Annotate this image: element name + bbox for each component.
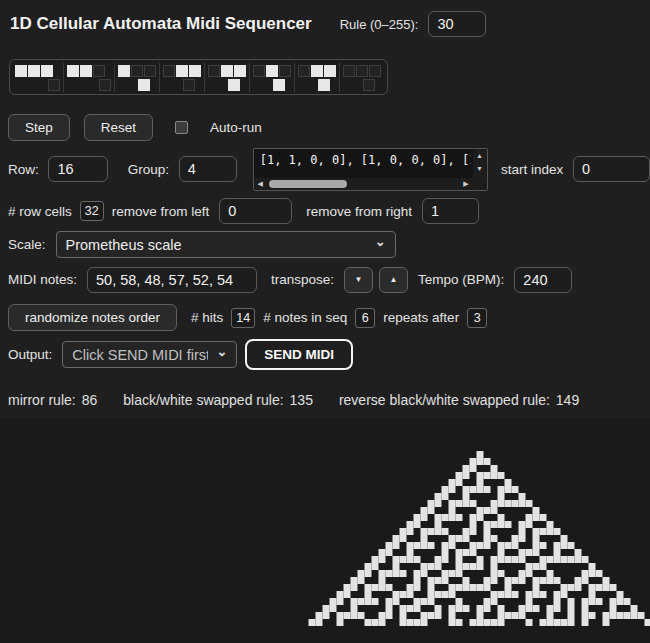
cell-toggle[interactable] — [80, 65, 92, 77]
chevron-down-icon: ⌄ — [375, 237, 386, 247]
row-cells-row: # row cells 32 remove from left remove f… — [8, 197, 479, 225]
cell-toggle[interactable] — [356, 65, 368, 77]
automaton-section — [0, 418, 650, 643]
cell-toggle[interactable] — [318, 79, 330, 91]
transpose-down-button[interactable]: ▼ — [344, 267, 373, 293]
remove-right-input[interactable] — [422, 198, 479, 224]
cell-toggle[interactable] — [41, 65, 53, 77]
cell-toggle[interactable] — [273, 79, 285, 91]
cell-toggle[interactable] — [369, 65, 381, 77]
page-title: 1D Cellular Automata Midi Sequencer — [10, 14, 312, 34]
cell-group — [64, 63, 116, 92]
groups-textarea-content: [1, 1, 0, 0], [1, 0, 0, 0], [1, 1, 1, — [260, 153, 471, 167]
reverse-bw-swapped-rule-value: 149 — [556, 392, 579, 408]
mirror-rule-value: 86 — [82, 392, 98, 408]
cell-toggle[interactable] — [311, 65, 323, 77]
remove-left-label: remove from left — [112, 204, 210, 219]
cell-toggle[interactable] — [324, 65, 336, 77]
cell-toggle[interactable] — [234, 65, 246, 77]
triangle-down-icon: ▼ — [355, 275, 363, 284]
mirror-rule-label: mirror rule: — [8, 392, 76, 408]
cell-group — [295, 63, 340, 92]
midi-notes-label: MIDI notes: — [8, 272, 77, 287]
hits-label: # hits — [191, 310, 223, 325]
transpose-label: transpose: — [271, 272, 334, 287]
midi-notes-input[interactable] — [87, 267, 257, 293]
cell-toggle[interactable] — [138, 79, 150, 91]
cell-toggle[interactable] — [253, 65, 265, 77]
cell-toggle[interactable] — [99, 79, 111, 91]
cell-toggle[interactable] — [15, 65, 27, 77]
cell-toggle[interactable] — [266, 65, 278, 77]
row-label: Row: — [8, 162, 39, 177]
cell-toggle[interactable] — [363, 79, 375, 91]
cell-toggle[interactable] — [228, 79, 240, 91]
output-row: Output: Click SEND MIDI first ⌄ SEND MID… — [8, 339, 353, 370]
tempo-label: Tempo (BPM): — [418, 272, 504, 287]
cell-toggle[interactable] — [28, 65, 40, 77]
row-cells-value: 32 — [80, 201, 104, 221]
cell-toggle[interactable] — [93, 65, 105, 77]
output-select-value: Click SEND MIDI first — [72, 347, 208, 363]
cell-group — [160, 63, 205, 92]
cell-toggle[interactable] — [343, 65, 355, 77]
cell-toggle[interactable] — [67, 65, 79, 77]
tempo-input[interactable] — [514, 267, 572, 293]
randomize-notes-button[interactable]: randomize notes order — [8, 304, 177, 331]
row-input[interactable] — [48, 156, 108, 182]
bw-swapped-rule-label: black/white swapped rule: — [123, 392, 283, 408]
rule-input[interactable] — [428, 11, 486, 37]
triangle-up-icon: ▲ — [390, 275, 398, 284]
notes-in-seq-label: # notes in seq — [263, 310, 347, 325]
rule-label: Rule (0–255): — [340, 17, 419, 32]
cell-toggle[interactable] — [176, 65, 188, 77]
horizontal-scroll-thumb[interactable] — [269, 180, 347, 188]
horizontal-scrollbar[interactable]: ◀ ▶ — [254, 178, 473, 190]
notes-in-seq-value: 6 — [355, 308, 375, 328]
repeats-after-value: 3 — [467, 308, 487, 328]
groups-textarea[interactable]: [1, 1, 0, 0], [1, 0, 0, 0], [1, 1, 1, ▲ … — [253, 148, 488, 191]
scroll-left-icon[interactable]: ◀ — [254, 180, 267, 188]
step-button[interactable]: Step — [8, 114, 70, 141]
transpose-up-button[interactable]: ▲ — [379, 267, 408, 293]
scale-row: Scale: Prometheus scale ⌄ — [8, 231, 396, 258]
start-index-input[interactable] — [573, 156, 650, 182]
reset-button[interactable]: Reset — [84, 114, 153, 141]
transport-row: Step Reset Auto-run — [8, 112, 262, 142]
scroll-right-icon[interactable]: ▶ — [460, 180, 473, 188]
header: 1D Cellular Automata Midi Sequencer Rule… — [8, 8, 486, 40]
cell-toggle[interactable] — [183, 79, 195, 91]
cell-toggle[interactable] — [48, 79, 60, 91]
reverse-bw-swapped-rule-label: reverse black/white swapped rule: — [339, 392, 550, 408]
output-select[interactable]: Click SEND MIDI first ⌄ — [62, 341, 237, 368]
cell-toggle[interactable] — [298, 65, 310, 77]
hits-value: 14 — [231, 308, 255, 328]
cell-group — [12, 63, 64, 92]
cell-toggle[interactable] — [208, 65, 220, 77]
remove-left-input[interactable] — [219, 198, 292, 224]
cell-toggle[interactable] — [221, 65, 233, 77]
automaton-canvas — [0, 418, 650, 643]
send-midi-button[interactable]: SEND MIDI — [245, 339, 353, 370]
remove-right-label: remove from right — [306, 204, 412, 219]
output-label: Output: — [8, 347, 52, 362]
derived-rules-row: mirror rule:86 black/white swapped rule:… — [8, 391, 605, 409]
row-cells-label: # row cells — [8, 204, 72, 219]
cell-group — [250, 63, 295, 92]
cell-toggle[interactable] — [118, 65, 130, 77]
cell-toggle[interactable] — [163, 65, 175, 77]
cell-toggle[interactable] — [131, 65, 143, 77]
scale-select[interactable]: Prometheus scale ⌄ — [56, 231, 396, 258]
group-input[interactable] — [179, 156, 237, 182]
cell-toggle[interactable] — [279, 65, 291, 77]
cell-group — [205, 63, 250, 92]
group-label: Group: — [128, 162, 169, 177]
scroll-down-icon[interactable]: ▼ — [473, 162, 487, 175]
autorun-checkbox[interactable] — [175, 121, 188, 134]
vertical-scrollbar[interactable]: ▲ ▼ — [473, 149, 487, 190]
bw-swapped-rule-value: 135 — [290, 392, 313, 408]
repeats-after-label: repeats after — [383, 310, 459, 325]
scroll-up-icon[interactable]: ▲ — [473, 149, 487, 162]
cell-toggle[interactable] — [144, 65, 156, 77]
cell-toggle[interactable] — [189, 65, 201, 77]
